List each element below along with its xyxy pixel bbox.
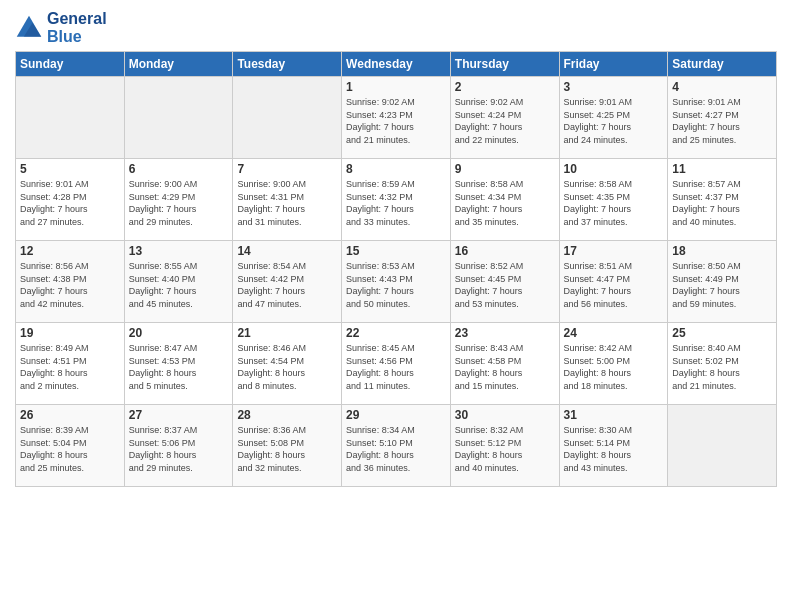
day-number: 20 [129,326,229,340]
day-number: 27 [129,408,229,422]
day-info: Sunrise: 8:39 AM Sunset: 5:04 PM Dayligh… [20,424,120,474]
day-info: Sunrise: 8:53 AM Sunset: 4:43 PM Dayligh… [346,260,446,310]
day-info: Sunrise: 9:00 AM Sunset: 4:29 PM Dayligh… [129,178,229,228]
day-info: Sunrise: 8:32 AM Sunset: 5:12 PM Dayligh… [455,424,555,474]
calendar-cell: 14Sunrise: 8:54 AM Sunset: 4:42 PM Dayli… [233,241,342,323]
calendar-cell: 20Sunrise: 8:47 AM Sunset: 4:53 PM Dayli… [124,323,233,405]
day-info: Sunrise: 8:42 AM Sunset: 5:00 PM Dayligh… [564,342,664,392]
day-number: 9 [455,162,555,176]
calendar-week-2: 5Sunrise: 9:01 AM Sunset: 4:28 PM Daylig… [16,159,777,241]
weekday-header-wednesday: Wednesday [342,52,451,77]
day-number: 2 [455,80,555,94]
logo-text: General Blue [47,10,107,45]
day-info: Sunrise: 8:50 AM Sunset: 4:49 PM Dayligh… [672,260,772,310]
day-info: Sunrise: 9:01 AM Sunset: 4:27 PM Dayligh… [672,96,772,146]
day-number: 28 [237,408,337,422]
day-info: Sunrise: 9:01 AM Sunset: 4:28 PM Dayligh… [20,178,120,228]
calendar-cell: 23Sunrise: 8:43 AM Sunset: 4:58 PM Dayli… [450,323,559,405]
page-container: General Blue SundayMondayTuesdayWednesda… [0,0,792,497]
calendar-cell: 19Sunrise: 8:49 AM Sunset: 4:51 PM Dayli… [16,323,125,405]
logo-icon [15,14,43,42]
day-info: Sunrise: 8:58 AM Sunset: 4:35 PM Dayligh… [564,178,664,228]
day-number: 1 [346,80,446,94]
day-number: 17 [564,244,664,258]
day-info: Sunrise: 9:00 AM Sunset: 4:31 PM Dayligh… [237,178,337,228]
day-number: 31 [564,408,664,422]
calendar-cell: 3Sunrise: 9:01 AM Sunset: 4:25 PM Daylig… [559,77,668,159]
calendar-cell: 25Sunrise: 8:40 AM Sunset: 5:02 PM Dayli… [668,323,777,405]
day-number: 11 [672,162,772,176]
day-info: Sunrise: 9:02 AM Sunset: 4:23 PM Dayligh… [346,96,446,146]
calendar-cell: 11Sunrise: 8:57 AM Sunset: 4:37 PM Dayli… [668,159,777,241]
calendar-cell: 28Sunrise: 8:36 AM Sunset: 5:08 PM Dayli… [233,405,342,487]
day-info: Sunrise: 9:01 AM Sunset: 4:25 PM Dayligh… [564,96,664,146]
day-number: 29 [346,408,446,422]
day-info: Sunrise: 8:54 AM Sunset: 4:42 PM Dayligh… [237,260,337,310]
calendar-cell: 12Sunrise: 8:56 AM Sunset: 4:38 PM Dayli… [16,241,125,323]
day-number: 4 [672,80,772,94]
calendar-cell: 31Sunrise: 8:30 AM Sunset: 5:14 PM Dayli… [559,405,668,487]
day-number: 21 [237,326,337,340]
calendar-cell: 1Sunrise: 9:02 AM Sunset: 4:23 PM Daylig… [342,77,451,159]
day-info: Sunrise: 8:43 AM Sunset: 4:58 PM Dayligh… [455,342,555,392]
weekday-header-thursday: Thursday [450,52,559,77]
calendar-cell: 26Sunrise: 8:39 AM Sunset: 5:04 PM Dayli… [16,405,125,487]
day-number: 23 [455,326,555,340]
day-number: 10 [564,162,664,176]
day-number: 16 [455,244,555,258]
logo: General Blue [15,10,107,45]
calendar-week-5: 26Sunrise: 8:39 AM Sunset: 5:04 PM Dayli… [16,405,777,487]
header: General Blue [15,10,777,45]
day-number: 13 [129,244,229,258]
day-number: 19 [20,326,120,340]
day-number: 18 [672,244,772,258]
calendar-cell: 27Sunrise: 8:37 AM Sunset: 5:06 PM Dayli… [124,405,233,487]
calendar-cell: 15Sunrise: 8:53 AM Sunset: 4:43 PM Dayli… [342,241,451,323]
weekday-header-sunday: Sunday [16,52,125,77]
day-number: 3 [564,80,664,94]
day-info: Sunrise: 9:02 AM Sunset: 4:24 PM Dayligh… [455,96,555,146]
weekday-header-row: SundayMondayTuesdayWednesdayThursdayFrid… [16,52,777,77]
day-info: Sunrise: 8:55 AM Sunset: 4:40 PM Dayligh… [129,260,229,310]
calendar-cell: 2Sunrise: 9:02 AM Sunset: 4:24 PM Daylig… [450,77,559,159]
calendar-cell: 7Sunrise: 9:00 AM Sunset: 4:31 PM Daylig… [233,159,342,241]
calendar-week-4: 19Sunrise: 8:49 AM Sunset: 4:51 PM Dayli… [16,323,777,405]
calendar-cell: 30Sunrise: 8:32 AM Sunset: 5:12 PM Dayli… [450,405,559,487]
calendar-cell: 22Sunrise: 8:45 AM Sunset: 4:56 PM Dayli… [342,323,451,405]
day-info: Sunrise: 8:56 AM Sunset: 4:38 PM Dayligh… [20,260,120,310]
day-info: Sunrise: 8:37 AM Sunset: 5:06 PM Dayligh… [129,424,229,474]
calendar-cell: 17Sunrise: 8:51 AM Sunset: 4:47 PM Dayli… [559,241,668,323]
calendar-cell: 18Sunrise: 8:50 AM Sunset: 4:49 PM Dayli… [668,241,777,323]
calendar-cell: 6Sunrise: 9:00 AM Sunset: 4:29 PM Daylig… [124,159,233,241]
day-number: 7 [237,162,337,176]
calendar-cell [16,77,125,159]
day-number: 22 [346,326,446,340]
day-number: 5 [20,162,120,176]
weekday-header-tuesday: Tuesday [233,52,342,77]
calendar-week-3: 12Sunrise: 8:56 AM Sunset: 4:38 PM Dayli… [16,241,777,323]
calendar-cell: 9Sunrise: 8:58 AM Sunset: 4:34 PM Daylig… [450,159,559,241]
calendar-cell: 13Sunrise: 8:55 AM Sunset: 4:40 PM Dayli… [124,241,233,323]
day-info: Sunrise: 8:51 AM Sunset: 4:47 PM Dayligh… [564,260,664,310]
day-info: Sunrise: 8:52 AM Sunset: 4:45 PM Dayligh… [455,260,555,310]
day-number: 15 [346,244,446,258]
calendar-cell: 29Sunrise: 8:34 AM Sunset: 5:10 PM Dayli… [342,405,451,487]
calendar-week-1: 1Sunrise: 9:02 AM Sunset: 4:23 PM Daylig… [16,77,777,159]
calendar-cell [124,77,233,159]
calendar-cell: 4Sunrise: 9:01 AM Sunset: 4:27 PM Daylig… [668,77,777,159]
calendar-cell: 10Sunrise: 8:58 AM Sunset: 4:35 PM Dayli… [559,159,668,241]
day-number: 24 [564,326,664,340]
day-number: 26 [20,408,120,422]
day-info: Sunrise: 8:58 AM Sunset: 4:34 PM Dayligh… [455,178,555,228]
day-info: Sunrise: 8:46 AM Sunset: 4:54 PM Dayligh… [237,342,337,392]
day-number: 12 [20,244,120,258]
day-info: Sunrise: 8:49 AM Sunset: 4:51 PM Dayligh… [20,342,120,392]
calendar-cell: 16Sunrise: 8:52 AM Sunset: 4:45 PM Dayli… [450,241,559,323]
day-number: 8 [346,162,446,176]
calendar-cell: 21Sunrise: 8:46 AM Sunset: 4:54 PM Dayli… [233,323,342,405]
day-info: Sunrise: 8:47 AM Sunset: 4:53 PM Dayligh… [129,342,229,392]
weekday-header-monday: Monday [124,52,233,77]
calendar-cell: 5Sunrise: 9:01 AM Sunset: 4:28 PM Daylig… [16,159,125,241]
calendar-cell [233,77,342,159]
day-info: Sunrise: 8:57 AM Sunset: 4:37 PM Dayligh… [672,178,772,228]
